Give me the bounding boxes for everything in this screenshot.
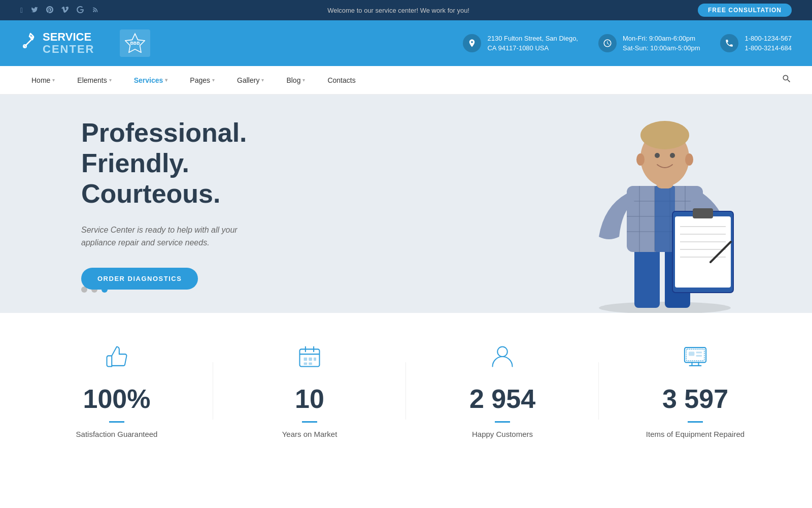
stat-equipment: 3 597 Items of Equipment Repaired <box>599 343 792 438</box>
logo-center: CENTER <box>43 43 94 55</box>
logo[interactable]: SERVICE CENTER <box>20 31 94 55</box>
person-icon <box>489 343 516 375</box>
nav-services[interactable]: Services ▾ <box>123 66 179 94</box>
location-icon <box>463 34 481 52</box>
svg-rect-42 <box>696 355 702 357</box>
social-links[interactable]:  <box>20 6 99 15</box>
logo-icon <box>20 33 39 54</box>
stat-satisfaction: 100% Satisfaction Guaranteed <box>20 343 213 438</box>
svg-rect-40 <box>689 352 694 356</box>
svg-rect-33 <box>309 358 312 361</box>
svg-rect-38 <box>685 347 706 362</box>
stat-label-customers: Happy Customers <box>472 430 533 438</box>
stat-years: 10 Years on Market <box>213 343 406 438</box>
stat-number-equipment: 3 597 <box>662 386 728 412</box>
svg-rect-32 <box>304 358 308 361</box>
hours-info: Mon-Fri: 9:00am-6:00pm Sat-Sun: 10:00am-… <box>598 34 700 53</box>
hero-title: Professional. Friendly. Courteous. <box>81 118 345 209</box>
stat-divider <box>302 421 317 423</box>
address-text: 2130 Fulton Street, San Diego, CA 94117-… <box>487 34 578 53</box>
phone-text: 1-800-1234-567 1-800-3214-684 <box>745 34 792 53</box>
address-info: 2130 Fulton Street, San Diego, CA 94117-… <box>463 34 578 53</box>
stat-divider <box>109 421 124 423</box>
svg-rect-36 <box>309 362 312 365</box>
nav-elements[interactable]: Elements ▾ <box>66 66 122 94</box>
search-icon[interactable] <box>782 74 792 86</box>
chevron-down-icon: ▾ <box>302 77 305 83</box>
svg-point-27 <box>655 153 660 158</box>
header: SERVICE CENTER BBB 2130 Fulton Street, S… <box>0 20 812 66</box>
facebook-icon[interactable]:  <box>20 6 23 15</box>
stats-section: 100% Satisfaction Guaranteed 10 Years on… <box>0 313 812 474</box>
phone-icon <box>720 34 738 52</box>
stat-divider <box>495 421 510 423</box>
bbb-badge: BBB <box>120 29 150 57</box>
nav-contacts[interactable]: Contacts <box>316 66 366 94</box>
hero-content: Professional. Friendly. Courteous. Servi… <box>0 118 345 290</box>
vimeo-icon[interactable] <box>61 6 69 15</box>
hero-subtitle: Service Center is ready to help with all… <box>81 224 274 249</box>
rss-icon[interactable] <box>92 6 99 15</box>
logo-text: SERVICE CENTER <box>43 31 94 55</box>
svg-point-30 <box>685 153 693 166</box>
svg-point-37 <box>497 347 507 357</box>
svg-rect-34 <box>314 358 316 361</box>
stat-divider <box>688 421 703 423</box>
chevron-down-icon: ▾ <box>212 77 215 83</box>
thumbs-up-icon <box>104 343 130 375</box>
nav-items: Home ▾ Elements ▾ Services ▾ Pages ▾ Gal… <box>20 66 782 94</box>
svg-point-28 <box>670 153 675 158</box>
nav-pages[interactable]: Pages ▾ <box>179 66 226 94</box>
hero-image <box>558 100 771 313</box>
logo-service: SERVICE <box>43 31 94 43</box>
twitter-icon[interactable] <box>31 6 38 15</box>
pinterest-icon[interactable] <box>46 6 53 15</box>
welcome-text: Welcome to our service center! We work f… <box>327 7 469 14</box>
svg-rect-17 <box>693 208 713 218</box>
calendar-icon <box>296 343 323 375</box>
stat-number-years: 10 <box>295 386 324 412</box>
chevron-down-icon: ▾ <box>261 77 264 83</box>
navigation: Home ▾ Elements ▾ Services ▾ Pages ▾ Gal… <box>0 66 812 94</box>
svg-point-29 <box>636 153 645 166</box>
google-icon[interactable] <box>77 6 84 15</box>
nav-home[interactable]: Home ▾ <box>20 66 66 94</box>
stat-label-satisfaction: Satisfaction Guaranteed <box>76 430 158 438</box>
stat-customers: 2 954 Happy Customers <box>406 343 599 438</box>
clock-icon <box>598 34 617 52</box>
phone-info: 1-800-1234-567 1-800-3214-684 <box>720 34 792 53</box>
svg-rect-41 <box>696 352 702 353</box>
top-bar:  Welcome to our service center! We work… <box>0 0 812 20</box>
stat-label-equipment: Items of Equipment Repaired <box>646 430 745 438</box>
order-diagnostics-button[interactable]: ORDER DIAGNOSTICS <box>81 268 198 290</box>
nav-blog[interactable]: Blog ▾ <box>275 66 316 94</box>
hero-section: Professional. Friendly. Courteous. Servi… <box>0 94 812 313</box>
stat-number-satisfaction: 100% <box>83 386 151 412</box>
stat-number-customers: 2 954 <box>469 386 535 412</box>
chevron-down-icon: ▾ <box>52 77 55 83</box>
stat-label-years: Years on Market <box>282 430 337 438</box>
hours-text: Mon-Fri: 9:00am-6:00pm Sat-Sun: 10:00am-… <box>623 34 700 53</box>
svg-rect-35 <box>304 362 308 365</box>
nav-gallery[interactable]: Gallery ▾ <box>226 66 275 94</box>
monitor-icon <box>682 343 708 375</box>
chevron-down-icon: ▾ <box>165 77 167 83</box>
svg-text:BBB: BBB <box>130 41 140 46</box>
header-info: 2130 Fulton Street, San Diego, CA 94117-… <box>463 34 792 53</box>
chevron-down-icon: ▾ <box>109 77 112 83</box>
free-consultation-button[interactable]: FREE CONSULTATION <box>698 4 792 17</box>
svg-point-26 <box>640 121 689 149</box>
